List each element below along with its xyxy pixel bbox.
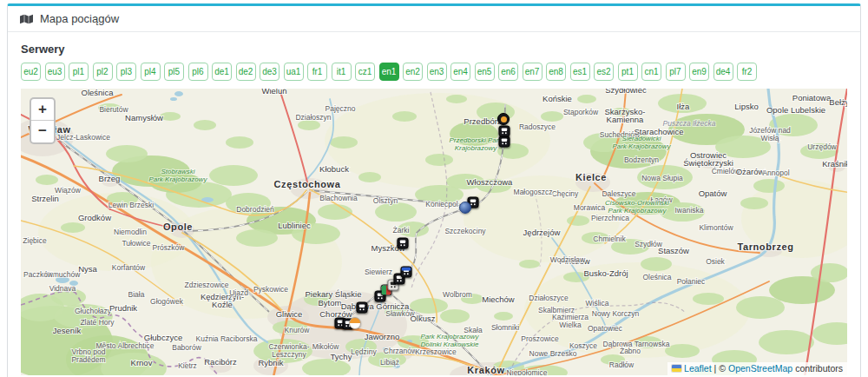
server-button-en4[interactable]: en4 xyxy=(450,63,470,81)
servers-section: Serwery eu2eu3pl1pl2pl3pl4pl5pl6de1de2de… xyxy=(15,39,853,81)
map-label: Prudnik xyxy=(109,303,137,313)
map-label: Tułowice xyxy=(122,239,150,248)
map-label: Lipsko xyxy=(734,102,758,111)
server-button-pl5[interactable]: pl5 xyxy=(164,63,184,81)
map-label: Chmielnik xyxy=(593,235,626,243)
attribution-suffix: contributors xyxy=(795,363,843,374)
map-label: Opatów xyxy=(699,188,727,198)
server-button-es2[interactable]: es2 xyxy=(594,63,614,81)
map-label: Kuźnia Raciborska xyxy=(196,334,258,343)
server-button-eu3[interactable]: eu3 xyxy=(45,63,65,81)
server-button-pt1[interactable]: pt1 xyxy=(618,63,638,81)
map-label: Wolbrom xyxy=(443,290,472,299)
map-label: Lewin Brzeski xyxy=(108,201,155,209)
map-label: Małogoszcz xyxy=(514,188,553,196)
train-marker[interactable] xyxy=(499,136,510,148)
server-button-en3[interactable]: en3 xyxy=(427,63,447,81)
map-label: SieradowickiPark Krajobrazowy xyxy=(612,135,671,150)
map-label: Urzędów xyxy=(807,142,837,151)
map-label: Głubczyce xyxy=(144,333,182,342)
card-header: Mapa pociągów xyxy=(8,6,860,32)
train-marker[interactable] xyxy=(497,113,510,125)
server-button-cn1[interactable]: cn1 xyxy=(641,63,661,81)
map-label: Skarżysko-Kamienna xyxy=(605,107,646,124)
train-marker[interactable] xyxy=(459,202,471,214)
server-button-eu2[interactable]: eu2 xyxy=(21,63,41,81)
map-label: Lubliniec xyxy=(278,221,311,230)
server-button-en5[interactable]: en5 xyxy=(475,63,495,81)
server-button-fr1[interactable]: fr1 xyxy=(307,63,327,81)
page-title: Mapa pociągów xyxy=(40,12,119,25)
zoom-out-button[interactable]: − xyxy=(31,121,54,142)
map-label: Miechów xyxy=(482,294,515,304)
map-label: Vrbno podPradědem xyxy=(71,347,105,364)
map-label: Nowy Korczyn xyxy=(592,309,640,318)
map-label: Staszów xyxy=(658,246,689,255)
train-marker[interactable] xyxy=(401,267,412,278)
map-canvas: WrocławCzęstochowaOpoleKielceKrakówTarno… xyxy=(21,89,847,375)
server-buttons: eu2eu3pl1pl2pl3pl4pl5pl6de1de2de3ua1fr1i… xyxy=(21,63,847,81)
map-label: Wiślica xyxy=(586,299,609,308)
server-button-pl7[interactable]: pl7 xyxy=(666,63,686,81)
map-label: Głuchołazy xyxy=(75,307,112,315)
server-button-pl3[interactable]: pl3 xyxy=(116,63,136,81)
train-map[interactable]: WrocławCzęstochowaOpoleKielceKrakówTarno… xyxy=(21,89,847,375)
map-label: Oleśnica xyxy=(642,273,671,281)
map-label: Wodzisław xyxy=(550,255,586,264)
map-label: Osiek xyxy=(706,257,725,266)
server-button-it1[interactable]: it1 xyxy=(332,63,352,81)
attribution-separator: | © xyxy=(714,363,726,374)
map-label: Przedbórz xyxy=(464,116,502,126)
map-label: Busko-Zdrój xyxy=(583,268,628,278)
server-button-en2[interactable]: en2 xyxy=(403,63,423,81)
map-label: Działoszyn xyxy=(295,113,331,122)
server-button-pl4[interactable]: pl4 xyxy=(141,63,161,81)
leaflet-link[interactable]: Leaflet xyxy=(684,363,712,374)
server-button-de2[interactable]: de2 xyxy=(236,63,256,81)
train-marker[interactable] xyxy=(398,238,409,249)
map-label: Ziębice xyxy=(23,236,47,245)
map-label: Krzeszowice xyxy=(415,347,457,356)
map-label: Jeseník xyxy=(53,326,82,335)
server-button-en1[interactable]: en1 xyxy=(379,63,399,81)
server-button-en9[interactable]: en9 xyxy=(689,63,709,81)
map-attribution: Leaflet | © OpenStreetMap contributors xyxy=(667,362,847,375)
map-icon xyxy=(20,14,33,24)
server-button-en6[interactable]: en6 xyxy=(498,63,518,81)
server-button-pl2[interactable]: pl2 xyxy=(93,63,113,81)
openstreetmap-link[interactable]: OpenStreetMap xyxy=(728,363,792,374)
map-label: Jelcz-Laskowice xyxy=(56,133,110,142)
map-label: Siewierz xyxy=(365,268,392,276)
map-label: Olkusz xyxy=(410,314,435,323)
server-button-de3[interactable]: de3 xyxy=(260,63,279,81)
server-button-pl6[interactable]: pl6 xyxy=(188,63,208,81)
map-label: Krnov xyxy=(131,358,153,367)
map-label: Pierzchnica xyxy=(591,214,629,222)
server-button-ua1[interactable]: ua1 xyxy=(284,63,304,81)
zoom-in-button[interactable]: + xyxy=(31,99,54,121)
server-button-cz1[interactable]: cz1 xyxy=(355,63,375,81)
map-label: Kłobuck xyxy=(319,164,349,174)
server-button-en7[interactable]: en7 xyxy=(523,63,542,81)
map-label: Baborów xyxy=(172,343,201,352)
map-label: Pyskowice xyxy=(253,285,288,294)
ukraine-flag-icon xyxy=(672,365,681,372)
server-button-es1[interactable]: es1 xyxy=(570,63,590,81)
map-label: Końskie xyxy=(542,94,572,103)
train-marker[interactable] xyxy=(357,302,368,314)
train-marker[interactable] xyxy=(499,126,510,137)
map-label: Żarki xyxy=(393,226,410,235)
map-label: Wieluń xyxy=(261,89,286,96)
map-label: Brzeg xyxy=(99,174,121,183)
server-button-fr2[interactable]: fr2 xyxy=(737,63,757,81)
train-marker[interactable] xyxy=(349,317,361,329)
server-button-de4[interactable]: de4 xyxy=(713,63,733,81)
map-label: Iłża xyxy=(677,102,691,111)
map-label: Korfantów xyxy=(112,263,146,272)
map-label: Proszowice xyxy=(521,334,559,343)
server-button-pl1[interactable]: pl1 xyxy=(69,63,89,81)
card-body: Serwery eu2eu3pl1pl2pl3pl4pl5pl6de1de2de… xyxy=(8,32,860,377)
server-button-en8[interactable]: en8 xyxy=(546,63,566,81)
map-label: Kielce xyxy=(575,172,607,182)
server-button-de1[interactable]: de1 xyxy=(212,63,232,81)
